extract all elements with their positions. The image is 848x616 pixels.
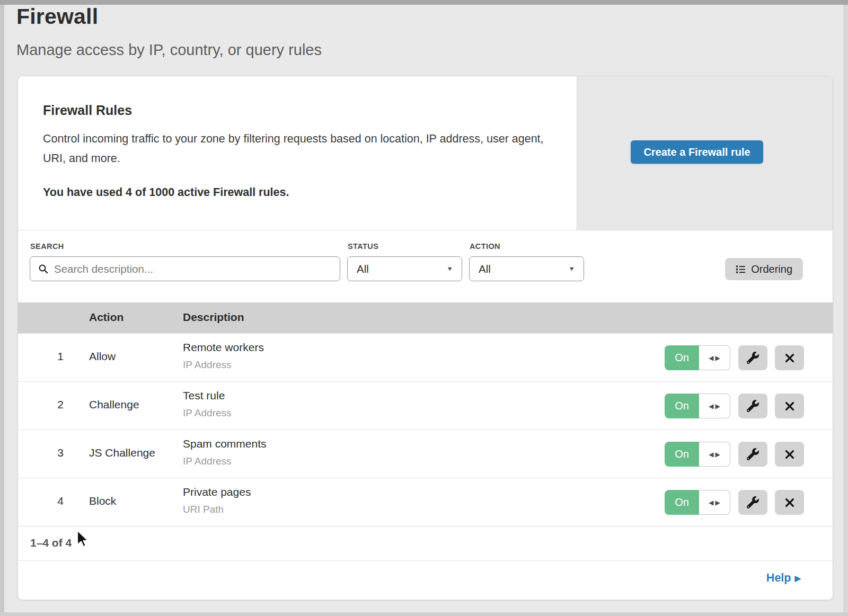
rule-action: Block <box>89 495 116 507</box>
chevron-down-icon: ▼ <box>446 265 453 272</box>
action-select-value: All <box>479 263 491 275</box>
rule-priority: 4 <box>50 495 71 507</box>
status-select-value: All <box>357 263 369 275</box>
table-row: 2 Challenge Test rule IP Address On ◀ ▶ <box>18 381 833 430</box>
create-firewall-rule-button[interactable]: Create a Firewall rule <box>631 140 763 164</box>
ordering-button-label: Ordering <box>751 263 792 275</box>
pagination-bar: 1–4 of 4 <box>18 526 833 560</box>
rule-enabled-toggle[interactable]: On ◀ ▶ <box>665 345 730 370</box>
filter-bar: SEARCH STATUS All ▼ ACTION All ▼ <box>18 230 833 302</box>
window-edge-right <box>843 5 848 616</box>
overview-description: Control incoming traffic to your zone by… <box>43 129 568 168</box>
rule-enabled-toggle[interactable]: On ◀ ▶ <box>665 490 730 515</box>
delete-rule-button[interactable] <box>775 442 804 467</box>
rule-priority: 3 <box>50 447 71 459</box>
edit-rule-button[interactable] <box>738 442 767 467</box>
rule-action: Allow <box>89 350 116 363</box>
search-box[interactable] <box>30 256 340 281</box>
edit-rule-button[interactable] <box>738 345 767 370</box>
toggle-handle[interactable]: ◀ ▶ <box>699 345 730 370</box>
window-edge-left <box>0 5 4 616</box>
create-rule-panel: Create a Firewall rule <box>577 76 833 230</box>
table-row: 4 Block Private pages URI Path On ◀ ▶ <box>18 478 833 526</box>
ordering-button[interactable]: Ordering <box>725 258 803 280</box>
rule-priority: 2 <box>50 398 71 411</box>
status-select[interactable]: All ▼ <box>347 256 462 281</box>
toggle-on-label[interactable]: On <box>665 442 699 467</box>
wrench-icon <box>747 496 759 508</box>
edit-rule-button[interactable] <box>738 490 767 515</box>
action-select[interactable]: All ▼ <box>469 256 584 281</box>
page-title: Firewall <box>16 4 98 29</box>
search-label: SEARCH <box>30 242 64 251</box>
rule-field: IP Address <box>183 407 232 419</box>
wrench-icon <box>747 400 759 412</box>
column-header-description: Description <box>183 311 244 324</box>
window-edge-bottom <box>0 612 848 616</box>
help-link[interactable]: Help ▶ <box>766 572 801 585</box>
chevron-left-icon: ◀ <box>709 451 713 458</box>
chevron-left-icon: ◀ <box>709 403 713 410</box>
column-header-action: Action <box>89 311 123 324</box>
toggle-handle[interactable]: ◀ ▶ <box>699 442 730 467</box>
rule-action: JS Challenge <box>89 447 155 459</box>
chevron-right-icon: ▶ <box>716 451 720 458</box>
close-icon <box>784 400 796 412</box>
firewall-rules-card: Firewall Rules Control incoming traffic … <box>17 76 833 600</box>
search-input[interactable] <box>49 263 340 275</box>
overview-section: Firewall Rules Control incoming traffic … <box>18 76 833 230</box>
table-row: 3 JS Challenge Spam comments IP Address … <box>18 430 833 478</box>
rule-field: IP Address <box>183 359 232 371</box>
chevron-left-icon: ◀ <box>709 354 713 362</box>
rule-action: Challenge <box>89 398 139 411</box>
ordered-list-icon <box>736 264 746 274</box>
rule-enabled-toggle[interactable]: On ◀ ▶ <box>665 442 730 467</box>
chevron-down-icon: ▼ <box>568 265 575 272</box>
close-icon <box>784 497 796 508</box>
rule-field: IP Address <box>183 456 232 467</box>
status-label: STATUS <box>348 242 378 251</box>
wrench-icon <box>747 352 759 364</box>
page-subtitle: Manage access by IP, country, or query r… <box>16 41 322 59</box>
rule-description: Test rule <box>183 389 225 402</box>
delete-rule-button[interactable] <box>775 345 804 370</box>
delete-rule-button[interactable] <box>775 394 804 418</box>
chevron-left-icon: ◀ <box>709 499 713 506</box>
close-icon <box>784 449 796 460</box>
delete-rule-button[interactable] <box>775 490 804 515</box>
rule-description: Remote workers <box>183 341 264 354</box>
toggle-handle[interactable]: ◀ ▶ <box>699 394 730 418</box>
edit-rule-button[interactable] <box>738 394 767 418</box>
toggle-on-label[interactable]: On <box>665 490 699 515</box>
overview-usage: You have used 4 of 1000 active Firewall … <box>43 186 289 199</box>
help-arrow-icon: ▶ <box>794 574 801 583</box>
wrench-icon <box>747 448 759 460</box>
pagination-range: 1–4 of 4 <box>30 537 72 549</box>
action-label: ACTION <box>470 242 500 251</box>
rule-description: Spam comments <box>183 438 267 450</box>
table-header: Action Description <box>18 302 833 333</box>
chevron-right-icon: ▶ <box>716 403 720 410</box>
chevron-right-icon: ▶ <box>716 354 720 362</box>
help-link-label: Help <box>766 572 791 585</box>
card-footer: Help ▶ <box>18 560 833 600</box>
close-icon <box>784 352 796 364</box>
toggle-on-label[interactable]: On <box>665 394 699 418</box>
toggle-on-label[interactable]: On <box>665 345 699 370</box>
toggle-handle[interactable]: ◀ ▶ <box>699 490 730 515</box>
firewall-page: Firewall Manage access by IP, country, o… <box>0 0 848 616</box>
rule-enabled-toggle[interactable]: On ◀ ▶ <box>665 394 730 418</box>
search-icon <box>38 264 49 274</box>
rule-priority: 1 <box>50 350 71 363</box>
window-edge-top <box>0 0 848 5</box>
chevron-right-icon: ▶ <box>716 499 720 506</box>
table-row: 1 Allow Remote workers IP Address On ◀ ▶ <box>18 333 833 381</box>
overview-heading: Firewall Rules <box>43 103 132 118</box>
rule-field: URI Path <box>183 504 224 515</box>
rule-description: Private pages <box>183 486 251 498</box>
